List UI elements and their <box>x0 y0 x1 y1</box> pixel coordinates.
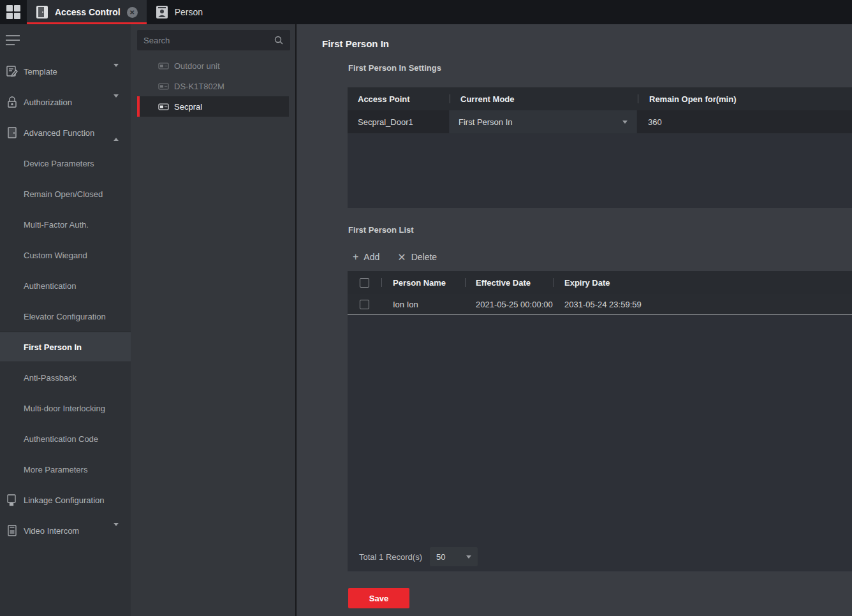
main-content: First Person In First Person In Settings… <box>298 24 852 616</box>
device-name: DS-K1T802M <box>174 82 224 91</box>
sidebar-item-label: Custom Wiegand <box>24 251 87 260</box>
select-all-checkbox[interactable] <box>360 278 369 288</box>
device-item-ds-k1t802m[interactable]: DS-K1T802M <box>137 76 289 96</box>
device-name: Outdoor unit <box>174 61 220 71</box>
sidebar-item-label: Advanced Function <box>24 128 94 138</box>
add-button[interactable]: + Add <box>353 251 379 263</box>
sidebar-item-authorization[interactable]: Authorization <box>0 87 131 117</box>
lock-icon <box>5 95 19 109</box>
chevron-up-icon <box>114 128 119 141</box>
device-name: Secpral <box>174 102 202 112</box>
pagination-bar: Total 1 Record(s) 50 <box>348 542 852 571</box>
grid-icon <box>6 5 20 19</box>
settings-table-row: Secpral_Door1 First Person In 360 <box>348 110 852 133</box>
current-mode-dropdown[interactable]: First Person In <box>450 110 636 133</box>
sidebar-item-first-person-in[interactable]: First Person In <box>0 332 131 362</box>
sidebar-item-label: Authentication Code <box>24 434 98 444</box>
sidebar-item-multi-factor-auth[interactable]: Multi-Factor Auth. <box>0 209 131 240</box>
sidebar-item-anti-passback[interactable]: Anti-Passback <box>0 362 131 393</box>
sidebar-item-label: First Person In <box>24 342 82 352</box>
x-icon: ✕ <box>397 251 406 263</box>
nav-sidebar: Template Authorization Advanced Function… <box>0 24 131 616</box>
sidebar-item-label: Remain Open/Closed <box>24 189 103 199</box>
column-header-effective-date: Effective Date <box>466 278 554 288</box>
search-icon <box>274 35 284 45</box>
sidebar-item-label: Multi-door Interlocking <box>24 404 105 413</box>
delete-button[interactable]: ✕ Delete <box>397 251 437 263</box>
remain-open-cell: 360 <box>637 110 852 133</box>
device-icon <box>158 62 169 70</box>
sidebar-item-custom-wiegand[interactable]: Custom Wiegand <box>0 240 131 270</box>
sidebar-item-authentication-code[interactable]: Authentication Code <box>0 423 131 454</box>
sidebar-item-label: Authentication <box>24 281 76 291</box>
chevron-down-icon <box>114 523 119 536</box>
person-name-cell: Ion Ion <box>382 300 465 309</box>
expiry-date-cell: 2031-05-24 23:59:59 <box>554 300 852 309</box>
top-tab-bar: Access Control ✕ Person <box>0 0 852 24</box>
chevron-down-icon <box>622 121 628 124</box>
collapse-menu-icon[interactable] <box>0 24 131 56</box>
device-item-outdoor-unit[interactable]: Outdoor unit <box>137 55 289 76</box>
sidebar-item-label: Template <box>24 67 57 77</box>
chevron-down-icon <box>114 94 119 107</box>
person-icon <box>156 5 168 19</box>
device-icon <box>158 103 169 111</box>
sidebar-item-multi-door-interlocking[interactable]: Multi-door Interlocking <box>0 393 131 423</box>
tab-access-control[interactable]: Access Control ✕ <box>27 0 147 24</box>
effective-date-cell: 2021-05-25 00:00:00 <box>466 300 554 309</box>
device-list: Outdoor unit DS-K1T802M Secpral <box>131 55 295 117</box>
add-button-label: Add <box>364 252 379 262</box>
app-launcher-button[interactable] <box>0 0 27 24</box>
column-header-person-name: Person Name <box>382 278 465 288</box>
sidebar-item-template[interactable]: Template <box>0 56 131 87</box>
sidebar-item-video-intercom[interactable]: Video Intercom <box>0 515 131 546</box>
tab-label: Person <box>175 7 203 17</box>
sidebar-item-label: More Parameters <box>24 465 87 474</box>
close-icon[interactable]: ✕ <box>127 7 138 18</box>
sidebar-item-label: Anti-Passback <box>24 373 77 383</box>
table-row: Ion Ion 2021-05-25 00:00:00 2031-05-24 2… <box>348 294 852 315</box>
sidebar-item-label: Authorization <box>24 98 72 107</box>
linkage-configuration-icon <box>5 493 19 507</box>
page-size-value: 50 <box>436 552 445 562</box>
person-list-panel: Person Name Effective Date Expiry Date I… <box>348 271 852 571</box>
search-input[interactable] <box>143 36 274 45</box>
page-size-dropdown[interactable]: 50 <box>430 547 478 566</box>
current-mode-value: First Person In <box>459 117 513 127</box>
plus-icon: + <box>353 251 358 263</box>
sidebar-item-remain-open-closed[interactable]: Remain Open/Closed <box>0 179 131 209</box>
sidebar-item-advanced-function[interactable]: Advanced Function <box>0 117 131 148</box>
sidebar-item-label: Elevator Configuration <box>24 312 106 321</box>
page-title: First Person In <box>322 38 389 49</box>
save-button[interactable]: Save <box>348 588 409 608</box>
device-item-secpral[interactable]: Secpral <box>137 96 289 117</box>
sidebar-item-device-parameters[interactable]: Device Parameters <box>0 148 131 179</box>
list-toolbar: + Add ✕ Delete <box>353 249 437 265</box>
chevron-down-icon <box>114 64 119 77</box>
access-point-cell: Secpral_Door1 <box>348 110 450 133</box>
column-header-current-mode: Current Mode <box>450 94 638 104</box>
door-icon <box>36 5 48 19</box>
sidebar-item-linkage-configuration[interactable]: Linkage Configuration <box>0 485 131 515</box>
settings-table-header: Access Point Current Mode Remain Open fo… <box>348 87 852 110</box>
device-search-box <box>137 30 290 50</box>
chevron-down-icon <box>466 555 471 559</box>
delete-button-label: Delete <box>411 252 437 262</box>
device-tree-panel: Outdoor unit DS-K1T802M Secpral <box>131 24 297 616</box>
column-header-access-point: Access Point <box>348 94 450 104</box>
row-checkbox[interactable] <box>360 300 369 309</box>
total-records-text: Total 1 Record(s) <box>359 552 422 562</box>
settings-section-heading: First Person In Settings <box>348 63 441 73</box>
video-intercom-icon <box>5 524 19 538</box>
device-icon <box>158 82 169 91</box>
tab-person[interactable]: Person <box>147 0 230 24</box>
list-section-heading: First Person List <box>348 225 414 235</box>
sidebar-item-label: Device Parameters <box>24 159 94 168</box>
sidebar-item-authentication[interactable]: Authentication <box>0 270 131 301</box>
sidebar-item-label: Multi-Factor Auth. <box>24 220 89 230</box>
settings-table-panel: Access Point Current Mode Remain Open fo… <box>348 87 852 208</box>
sidebar-item-label: Linkage Configuration <box>24 495 104 505</box>
person-list-header: Person Name Effective Date Expiry Date <box>348 271 852 294</box>
sidebar-item-elevator-configuration[interactable]: Elevator Configuration <box>0 301 131 332</box>
sidebar-item-more-parameters[interactable]: More Parameters <box>0 454 131 485</box>
